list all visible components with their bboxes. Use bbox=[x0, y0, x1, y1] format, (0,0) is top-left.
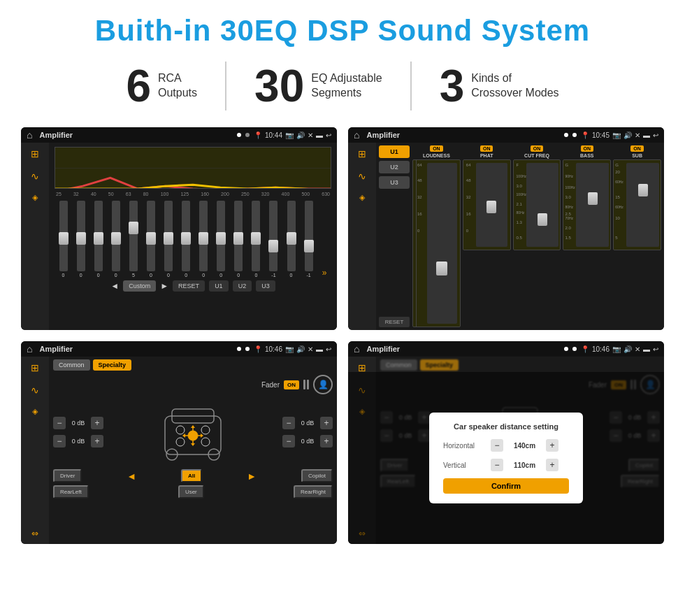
eq-slider-10[interactable]: 0 bbox=[234, 201, 243, 278]
ch-slider-phat[interactable]: 64 48 32 16 0 bbox=[463, 159, 511, 250]
eq-slider-4[interactable]: 5 bbox=[129, 201, 138, 278]
eq-slider-14[interactable]: -1 bbox=[305, 201, 313, 278]
distance-dialog: Car speaker distance setting Horizontal … bbox=[429, 413, 583, 503]
db-minus-fl[interactable]: − bbox=[53, 417, 66, 429]
dialog-minus-v[interactable]: − bbox=[491, 459, 503, 471]
eq-slider-12[interactable]: -1 bbox=[269, 201, 277, 278]
amp2-reset-btn[interactable]: RESET bbox=[379, 317, 410, 327]
home-icon[interactable]: ⌂ bbox=[27, 129, 32, 141]
home-icon-3[interactable]: ⌂ bbox=[27, 343, 32, 354]
eq-prev[interactable]: ◄ bbox=[110, 281, 119, 291]
back-icon-3[interactable]: ↩ bbox=[326, 345, 331, 353]
db-plus-fr[interactable]: + bbox=[320, 417, 333, 429]
eq-u2-btn[interactable]: U2 bbox=[233, 280, 252, 292]
fader-rearleft-btn[interactable]: RearLeft bbox=[53, 485, 89, 499]
dialog-label-v: Vertical bbox=[443, 461, 485, 469]
freq-125: 125 bbox=[180, 192, 189, 196]
dialog-minus-h[interactable]: − bbox=[491, 439, 503, 452]
ss-sidebar-amp2: ⊞ ∿ ◈ bbox=[348, 143, 376, 330]
eq-slider-0[interactable]: 0 bbox=[59, 201, 68, 278]
eq-slider-8[interactable]: 0 bbox=[199, 201, 208, 278]
volume-icon-4: 🔊 bbox=[623, 345, 632, 353]
dialog-confirm-btn[interactable]: Confirm bbox=[443, 478, 569, 494]
home-icon-4[interactable]: ⌂ bbox=[354, 343, 359, 354]
db-plus-fl[interactable]: + bbox=[91, 417, 103, 429]
back-icon[interactable]: ↩ bbox=[326, 131, 331, 139]
speaker-icon[interactable]: ◈ bbox=[32, 193, 38, 202]
dialog-value-h: 140cm bbox=[509, 442, 540, 450]
ss-content-fader2: ⊞ ∿ ◈ ⇔ Common Specialty Fader ON bbox=[348, 357, 664, 544]
amp2-preset-u2[interactable]: U2 bbox=[379, 161, 410, 173]
fader-rearright-btn[interactable]: RearRight bbox=[294, 485, 333, 499]
eq-slider-2[interactable]: 0 bbox=[94, 201, 103, 278]
eq-slider-7[interactable]: 0 bbox=[182, 201, 190, 278]
fader-all-btn[interactable]: All bbox=[181, 469, 202, 482]
page-container: Buith-in 30EQ DSP Sound System 6 RCAOutp… bbox=[0, 0, 685, 558]
battery-icon-4: ▬ bbox=[643, 345, 650, 353]
svg-marker-17 bbox=[191, 443, 195, 446]
fader-on-badge: ON bbox=[284, 380, 299, 389]
status-dot-5 bbox=[237, 347, 241, 351]
fader-next-icon[interactable]: ► bbox=[247, 469, 257, 482]
freq-80: 80 bbox=[143, 192, 149, 196]
eq-slider-6[interactable]: 0 bbox=[164, 201, 173, 278]
eq-u1-btn[interactable]: U1 bbox=[209, 280, 229, 292]
waveform-icon-3[interactable]: ∿ bbox=[31, 385, 39, 396]
dialog-plus-v[interactable]: + bbox=[546, 459, 558, 471]
eq-filter-icon-3[interactable]: ⊞ bbox=[31, 362, 39, 373]
fader-bottom-row2: RearLeft User RearRight bbox=[53, 485, 333, 499]
status-title-fader2: Amplifier bbox=[366, 345, 560, 353]
screenshot-eq: ⌂ Amplifier 📍 10:44 📷 🔊 ✕ ▬ ↩ ⊞ ∿ bbox=[21, 127, 337, 330]
expand-icon[interactable]: » bbox=[322, 268, 327, 278]
eq-slider-13[interactable]: 0 bbox=[287, 201, 296, 278]
eq-filter-icon-2[interactable]: ⊞ bbox=[358, 148, 366, 159]
db-minus-rl[interactable]: − bbox=[53, 435, 66, 447]
dialog-title: Car speaker distance setting bbox=[443, 422, 569, 431]
status-dot-2 bbox=[245, 133, 250, 137]
eq-next[interactable]: ► bbox=[160, 281, 168, 291]
ch-slider-cutfreq[interactable]: F 3.0 2.1 1.3 0.5 100Hz 100Hz 80Hz bbox=[513, 159, 561, 250]
home-icon-2[interactable]: ⌂ bbox=[354, 129, 359, 141]
ch-slider-bass[interactable]: G F 3.0 2.5 2.0 1.5 90Hz 100Hz 80Hz 70Hz bbox=[563, 159, 611, 250]
amp2-preset-u1[interactable]: U1 bbox=[379, 145, 410, 158]
status-dot-1 bbox=[237, 133, 241, 137]
back-icon-2[interactable]: ↩ bbox=[653, 131, 658, 139]
eq-slider-5[interactable]: 0 bbox=[147, 201, 155, 278]
x-icon-4: ✕ bbox=[635, 345, 640, 353]
db-plus-rr[interactable]: + bbox=[320, 435, 333, 447]
eq-slider-3[interactable]: 0 bbox=[112, 201, 120, 278]
fader-tab-common[interactable]: Common bbox=[53, 359, 90, 371]
screenshot-amp2: ⌂ Amplifier 📍 10:45 📷 🔊 ✕ ▬ ↩ ⊞ ∿ bbox=[348, 127, 664, 330]
db-minus-fr[interactable]: − bbox=[282, 417, 295, 429]
fader-driver-btn[interactable]: Driver bbox=[53, 469, 82, 482]
eq-u3-btn[interactable]: U3 bbox=[256, 280, 275, 292]
speaker-icon-2[interactable]: ◈ bbox=[359, 193, 365, 202]
eq-slider-11[interactable]: 0 bbox=[252, 201, 260, 278]
db-minus-rr[interactable]: − bbox=[282, 435, 295, 447]
back-icon-4[interactable]: ↩ bbox=[653, 345, 658, 353]
fader-prev-icon[interactable]: ◄ bbox=[127, 469, 136, 482]
waveform-icon[interactable]: ∿ bbox=[31, 171, 39, 182]
db-plus-rl[interactable]: + bbox=[91, 435, 103, 447]
fader-tab-specialty[interactable]: Specialty bbox=[93, 359, 132, 371]
waveform-icon-2[interactable]: ∿ bbox=[358, 171, 366, 182]
eq-reset-btn[interactable]: RESET bbox=[173, 280, 205, 292]
ch-label-cutfreq: CUT FREQ bbox=[524, 153, 549, 158]
volume-icon: 🔊 bbox=[296, 131, 305, 139]
fader-copilot-btn[interactable]: Copilot bbox=[301, 469, 333, 482]
dialog-plus-h[interactable]: + bbox=[546, 439, 558, 452]
ch-label-loudness: LOUDNESS bbox=[423, 153, 450, 158]
fader-user-btn[interactable]: User bbox=[178, 485, 204, 499]
ch-slider-sub[interactable]: G 20 15 10 5 60Hz 60Hz bbox=[613, 159, 661, 250]
amp2-content: U1 U2 U3 RESET ON LOUDNESS 64 bbox=[376, 143, 664, 330]
speaker-icon-3[interactable]: ◈ bbox=[32, 407, 38, 416]
amp2-preset-u3[interactable]: U3 bbox=[379, 176, 410, 189]
ch-slider-loudness[interactable]: 64 48 32 16 0 bbox=[412, 159, 461, 327]
arrows-icon[interactable]: ⇔ bbox=[31, 529, 38, 538]
eq-filter-icon[interactable]: ⊞ bbox=[31, 148, 39, 159]
db-control-fl: − 0 dB + bbox=[53, 417, 103, 429]
eq-slider-9[interactable]: 0 bbox=[217, 201, 225, 278]
stat-item-rca: 6 RCAOutputs bbox=[98, 64, 225, 108]
eq-slider-1[interactable]: 0 bbox=[77, 201, 85, 278]
eq-custom-btn[interactable]: Custom bbox=[123, 280, 156, 292]
